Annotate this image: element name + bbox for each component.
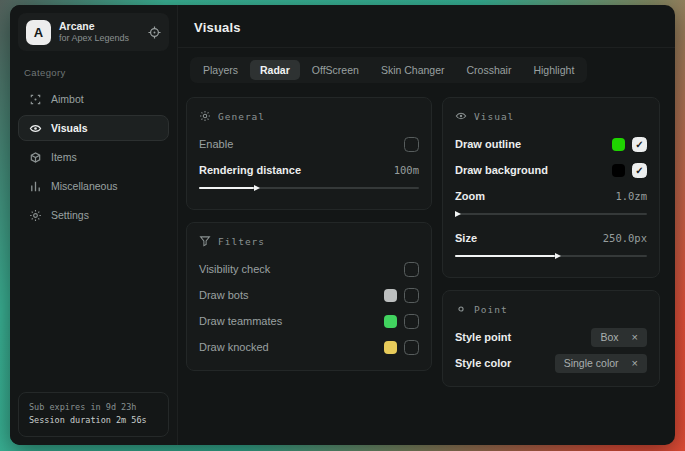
style-point-row: Style point Box × [455, 324, 647, 350]
sidebar: A Arcane for Apex Legends Category [10, 5, 178, 445]
filters-panel: Filters Visibility check Draw bots [186, 222, 432, 371]
style-point-value: Box [600, 331, 618, 343]
panel-title: General [218, 111, 265, 122]
draw-outline-label: Draw outline [455, 138, 521, 150]
close-icon[interactable]: × [632, 357, 638, 369]
visual-panel: Visual Draw outline ✓ Draw background [442, 97, 660, 278]
rendering-distance-slider[interactable] [199, 184, 419, 192]
session-duration-text: Session duration 2m 56s [29, 414, 158, 428]
draw-background-label: Draw background [455, 164, 548, 176]
enable-label: Enable [199, 138, 233, 150]
panel-title: Visual [474, 111, 514, 122]
tab-offscreen[interactable]: OffScreen [302, 60, 369, 80]
sidebar-item-settings[interactable]: Settings [18, 202, 169, 228]
draw-background-row: Draw background ✓ [455, 157, 647, 183]
gear-icon [29, 209, 42, 222]
draw-background-checkbox[interactable]: ✓ [632, 163, 647, 178]
zoom-slider[interactable] [455, 210, 647, 218]
size-row: Size 250.0px [455, 225, 647, 251]
app-subtitle: for Apex Legends [59, 33, 140, 44]
size-value: 250.0px [603, 232, 647, 244]
visibility-check-checkbox[interactable] [404, 262, 419, 277]
draw-knocked-label: Draw knocked [199, 341, 269, 353]
tab-skin-changer[interactable]: Skin Changer [371, 60, 455, 80]
slider-thumb[interactable] [555, 253, 561, 259]
slider-thumb[interactable] [455, 211, 461, 217]
panel-title: Filters [218, 236, 265, 247]
visuals-tab-bar: Players Radar OffScreen Skin Changer Cro… [190, 57, 587, 83]
general-panel: General Enable Rendering distance 100m [186, 97, 432, 210]
draw-bots-color-swatch[interactable] [384, 289, 397, 302]
size-slider[interactable] [455, 252, 647, 260]
enable-checkbox[interactable] [404, 137, 419, 152]
sidebar-item-items[interactable]: Items [18, 144, 169, 170]
draw-knocked-checkbox[interactable] [404, 340, 419, 355]
main-header: Visuals [178, 5, 675, 48]
zoom-label: Zoom [455, 190, 485, 202]
draw-teammates-checkbox[interactable] [404, 314, 419, 329]
style-color-label: Style color [455, 357, 511, 369]
sidebar-item-label: Items [51, 151, 77, 163]
draw-teammates-label: Draw teammates [199, 315, 282, 327]
target-icon[interactable] [148, 26, 161, 39]
dot-icon [455, 303, 467, 315]
main-area: Visuals Players Radar OffScreen Skin Cha… [178, 5, 675, 445]
close-icon[interactable]: × [632, 331, 638, 343]
sidebar-item-visuals[interactable]: Visuals [18, 115, 169, 141]
sub-expiry-text: Sub expires in 9d 23h [29, 401, 158, 415]
eye-scan-icon [29, 122, 42, 135]
rendering-distance-value: 100m [394, 164, 419, 176]
app-logo: A [26, 20, 51, 45]
session-card: Sub expires in 9d 23h Session duration 2… [18, 392, 169, 437]
style-color-value: Single color [564, 357, 619, 369]
gear-icon [199, 110, 211, 122]
rendering-distance-label: Rendering distance [199, 164, 301, 176]
rendering-distance-row: Rendering distance 100m [199, 157, 419, 183]
tab-players[interactable]: Players [193, 60, 248, 80]
tab-radar[interactable]: Radar [250, 60, 300, 80]
draw-outline-row: Draw outline ✓ [455, 131, 647, 157]
draw-knocked-row: Draw knocked [199, 334, 419, 360]
zoom-value: 1.0zm [615, 190, 647, 202]
sidebar-item-label: Miscellaneous [51, 180, 118, 192]
point-panel: Point Style point Box × Style color Sing… [442, 290, 660, 387]
enable-row: Enable [199, 131, 419, 157]
style-color-row: Style color Single color × [455, 350, 647, 376]
style-point-select[interactable]: Box × [591, 328, 647, 347]
draw-teammates-color-swatch[interactable] [384, 315, 397, 328]
sidebar-item-label: Settings [51, 209, 89, 221]
draw-knocked-color-swatch[interactable] [384, 341, 397, 354]
panel-title: Point [474, 304, 508, 315]
box-icon [29, 151, 42, 164]
sidebar-item-label: Aimbot [51, 93, 84, 105]
draw-teammates-row: Draw teammates [199, 308, 419, 334]
app-window: A Arcane for Apex Legends Category [10, 5, 675, 445]
app-header-card: A Arcane for Apex Legends [18, 13, 169, 51]
category-nav: Aimbot Visuals Items [18, 86, 169, 228]
tab-crosshair[interactable]: Crosshair [457, 60, 522, 80]
style-point-label: Style point [455, 331, 511, 343]
draw-bots-label: Draw bots [199, 289, 249, 301]
draw-background-color-swatch[interactable] [612, 164, 625, 177]
draw-bots-checkbox[interactable] [404, 288, 419, 303]
sidebar-item-aimbot[interactable]: Aimbot [18, 86, 169, 112]
draw-outline-checkbox[interactable]: ✓ [632, 137, 647, 152]
app-name: Arcane [59, 20, 140, 33]
visibility-check-row: Visibility check [199, 256, 419, 282]
content: General Enable Rendering distance 100m [178, 85, 675, 387]
draw-outline-color-swatch[interactable] [612, 138, 625, 151]
sidebar-item-miscellaneous[interactable]: Miscellaneous [18, 173, 169, 199]
chart-bars-icon [29, 180, 42, 193]
style-color-select[interactable]: Single color × [555, 354, 647, 373]
eye-icon [455, 110, 467, 122]
visibility-check-label: Visibility check [199, 263, 270, 275]
sidebar-item-label: Visuals [51, 122, 88, 134]
draw-bots-row: Draw bots [199, 282, 419, 308]
category-label: Category [24, 67, 163, 78]
size-label: Size [455, 232, 477, 244]
zoom-row: Zoom 1.0zm [455, 183, 647, 209]
filter-icon [199, 235, 211, 247]
crosshair-icon [29, 93, 42, 106]
slider-thumb[interactable] [254, 185, 260, 191]
tab-highlight[interactable]: Highlight [523, 60, 584, 80]
